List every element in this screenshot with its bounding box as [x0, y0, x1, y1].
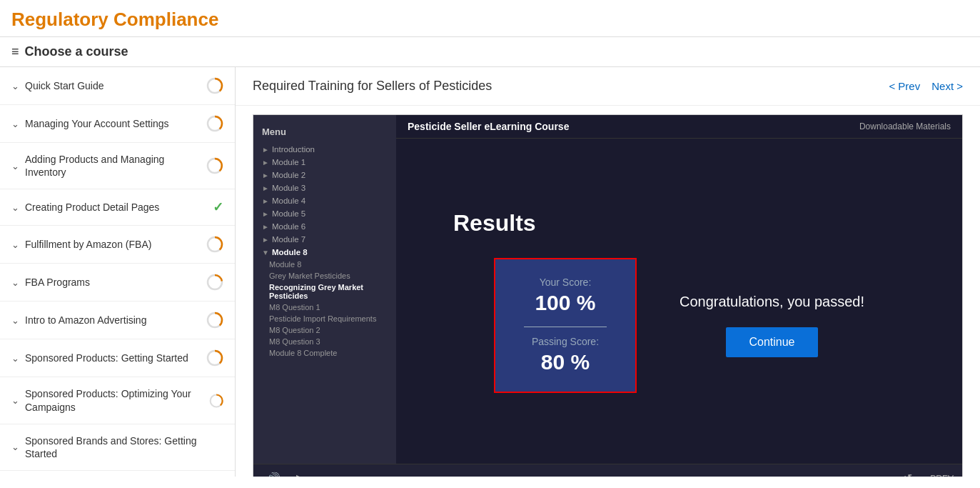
progress-bar-background	[316, 477, 896, 477]
reload-button[interactable]: ↺	[903, 472, 912, 477]
menu-item-module8[interactable]: ▼ Module 8	[253, 246, 396, 259]
checkmark-icon: ✓	[213, 199, 223, 215]
sidebar-item-label: Sponsored Brands and Stores: Getting Sta…	[25, 434, 223, 460]
frame-course-content: Pesticide Seller eLearning Course Downlo…	[396, 115, 962, 464]
frame-content-header: Pesticide Seller eLearning Course Downlo…	[396, 115, 962, 139]
prev-control-label[interactable]: ◄ PREV	[919, 474, 954, 477]
progress-icon	[206, 157, 223, 174]
menu-item-label: Module 5	[272, 209, 305, 218]
sidebar-item-fba-programs[interactable]: ⌄ FBA Programs	[0, 264, 235, 302]
menu-item-module5[interactable]: ► Module 5	[253, 207, 396, 220]
sidebar-item-product-detail[interactable]: ⌄ Creating Product Detail Pages ✓	[0, 189, 235, 226]
content-header: Required Training for Sellers of Pestici…	[236, 67, 980, 106]
menu-item-module2[interactable]: ► Module 2	[253, 169, 396, 181]
menu-item-module3[interactable]: ► Module 3	[253, 181, 396, 194]
arrow-icon: ►	[262, 210, 269, 218]
passing-score-value: 80 %	[524, 350, 607, 374]
next-link[interactable]: Next >	[931, 80, 963, 92]
menu-subitem-grey-market[interactable]: Grey Market Pesticides	[253, 270, 396, 282]
sidebar-item-fba[interactable]: ⌄ Fulfillment by Amazon (FBA)	[0, 226, 235, 264]
progress-icon	[206, 77, 223, 94]
arrow-icon: ▼	[262, 249, 269, 257]
sidebar: ⌄ Quick Start Guide ⌄ Managing Your Acco…	[0, 67, 236, 477]
choose-course-label: Choose a course	[25, 44, 128, 59]
menu-item-module4[interactable]: ► Module 4	[253, 194, 396, 207]
content-area: Required Training for Sellers of Pestici…	[236, 67, 980, 477]
menu-subitem-module8[interactable]: Module 8	[253, 259, 396, 270]
sidebar-item-label: Quick Start Guide	[25, 79, 104, 92]
sidebar-item-intro-advertising[interactable]: ⌄ Intro to Amazon Advertising	[0, 302, 235, 339]
menu-subitem-import[interactable]: Pesticide Import Requirements	[253, 313, 396, 324]
arrow-icon: ►	[262, 159, 269, 166]
menu-item-introduction[interactable]: ► Introduction	[253, 143, 396, 156]
progress-icon	[206, 115, 223, 132]
sidebar-item-label: Managing Your Account Settings	[25, 117, 169, 130]
chevron-icon: ⌄	[11, 353, 19, 364]
volume-button[interactable]: 🔊	[262, 470, 285, 477]
menu-item-module1[interactable]: ► Module 1	[253, 156, 396, 169]
menu-item-module6[interactable]: ► Module 6	[253, 220, 396, 233]
progress-icon	[206, 274, 223, 291]
progress-icon	[209, 392, 223, 409]
menu-item-label: Introduction	[272, 145, 315, 154]
arrow-icon: ►	[262, 236, 269, 244]
menu-subitem-module8-complete[interactable]: Module 8 Complete	[253, 347, 396, 359]
sidebar-item-adding-products[interactable]: ⌄ Adding Products and Managing Inventory	[0, 143, 235, 189]
sidebar-item-sponsored-brands[interactable]: ⌄ Sponsored Brands and Stores: Getting S…	[0, 424, 235, 471]
menu-item-label: Module 6	[272, 222, 305, 231]
frame-menu: Menu ► Introduction ► Module 1 ► Module …	[253, 115, 396, 464]
menu-item-label: Module 1	[272, 158, 305, 166]
top-bar: ≡ Choose a course	[0, 36, 980, 67]
congrats-area: Congratulations, you passed! Continue	[680, 294, 864, 357]
chevron-icon: ⌄	[11, 277, 19, 288]
prev-link[interactable]: < Prev	[889, 80, 920, 92]
menu-subitem-recognizing[interactable]: Recognizing Grey Market Pesticides	[253, 282, 396, 302]
frame-inner: Menu ► Introduction ► Module 1 ► Module …	[253, 115, 962, 464]
elearning-frame: Menu ► Introduction ► Module 1 ► Module …	[253, 114, 963, 477]
sidebar-item-account-settings[interactable]: ⌄ Managing Your Account Settings	[0, 105, 235, 143]
arrow-icon: ►	[262, 223, 269, 231]
chevron-icon: ⌄	[11, 161, 19, 171]
chevron-icon: ⌄	[11, 202, 19, 213]
sidebar-item-label: Sponsored Products: Optimizing Your Camp…	[25, 387, 209, 413]
course-title: Pesticide Seller eLearning Course	[408, 121, 569, 132]
results-content: Your Score: 100 % Passing Score: 80 % Co…	[494, 258, 864, 393]
menu-subitem-m8q3[interactable]: M8 Question 3	[253, 336, 396, 347]
chevron-icon: ⌄	[11, 81, 19, 91]
sidebar-item-label: Intro to Amazon Advertising	[25, 314, 146, 327]
progress-icon	[206, 236, 223, 253]
nav-links: < Prev Next >	[889, 80, 963, 92]
frame-menu-title: Menu	[253, 124, 396, 143]
progress-icon	[206, 312, 223, 329]
menu-subitem-m8q1[interactable]: M8 Question 1	[253, 302, 396, 313]
hamburger-icon[interactable]: ≡	[11, 44, 19, 59]
downloadable-materials-link[interactable]: Downloadable Materials	[859, 121, 951, 131]
play-button[interactable]: ▶	[292, 470, 309, 477]
frame-controls: 🔊 ▶ ↺ ◄ PREV	[253, 464, 962, 477]
menu-item-module7[interactable]: ► Module 7	[253, 233, 396, 246]
chevron-icon: ⌄	[11, 395, 19, 406]
main-layout: ⌄ Quick Start Guide ⌄ Managing Your Acco…	[0, 67, 980, 477]
content-header-title: Required Training for Sellers of Pestici…	[253, 79, 492, 94]
arrow-icon: ►	[262, 171, 269, 179]
your-score-value: 100 %	[524, 291, 607, 315]
continue-button[interactable]: Continue	[726, 327, 817, 357]
page-title: Regulatory Compliance	[0, 0, 980, 36]
results-area: Results Your Score: 100 % Passing Score:…	[396, 139, 962, 464]
sidebar-item-label: Adding Products and Managing Inventory	[25, 153, 206, 179]
sidebar-item-sponsored-products-start[interactable]: ⌄ Sponsored Products: Getting Started	[0, 339, 235, 377]
sidebar-item-label: FBA Programs	[25, 276, 90, 289]
sidebar-item-quick-start[interactable]: ⌄ Quick Start Guide	[0, 67, 235, 105]
menu-item-label: Module 7	[272, 235, 305, 244]
results-title: Results	[453, 210, 536, 236]
sidebar-item-sponsored-products-optimize[interactable]: ⌄ Sponsored Products: Optimizing Your Ca…	[0, 377, 235, 424]
arrow-icon: ►	[262, 197, 269, 205]
menu-subitem-m8q2[interactable]: M8 Question 2	[253, 324, 396, 336]
score-divider	[524, 327, 607, 327]
chevron-icon: ⌄	[11, 119, 19, 129]
congrats-text: Congratulations, you passed!	[680, 294, 864, 310]
your-score-label: Your Score:	[524, 277, 607, 288]
sidebar-item-label: Creating Product Detail Pages	[25, 201, 159, 214]
chevron-icon: ⌄	[11, 315, 19, 326]
menu-item-label: Module 8	[272, 248, 308, 257]
